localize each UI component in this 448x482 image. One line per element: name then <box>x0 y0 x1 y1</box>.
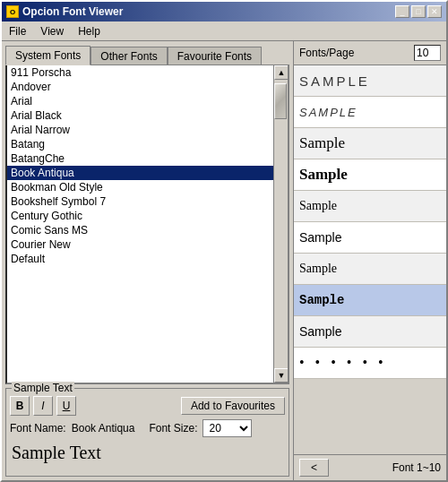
tab-other-fonts[interactable]: Other Fonts <box>90 47 167 66</box>
main-content: System Fonts Other Fonts Favourite Fonts… <box>2 41 446 480</box>
menu-file[interactable]: File <box>2 23 33 39</box>
font-sample-row[interactable]: SAMPLE <box>294 65 446 97</box>
page-info: Font 1~10 <box>392 461 441 474</box>
sample-text-dots: • • • • • • <box>299 355 387 371</box>
minimize-button[interactable]: _ <box>395 5 409 18</box>
font-sample-row[interactable]: Sample <box>294 222 446 254</box>
font-info-row: Font Name: Book Antiqua Font Size: 20 8 … <box>10 419 285 437</box>
title-buttons: _ □ ✕ <box>395 5 442 18</box>
font-size-label: Font Size: <box>149 422 197 435</box>
right-panel: Fonts/Page 10 SAMPLE SAMPLE Sample Sampl… <box>293 41 446 480</box>
tab-favourite-fonts[interactable]: Favourite Fonts <box>168 47 262 66</box>
sample-text-4: Sample <box>299 166 348 184</box>
font-item-comic-sans-ms[interactable]: Comic Sans MS <box>7 223 273 237</box>
bold-button[interactable]: B <box>10 396 30 416</box>
fonts-page-input[interactable]: 10 <box>414 45 441 61</box>
tab-bar: System Fonts Other Fonts Favourite Fonts <box>2 41 293 65</box>
italic-button[interactable]: I <box>33 396 53 416</box>
sample-panel-title: Sample Text <box>12 382 74 394</box>
font-item-batang[interactable]: Batang <box>7 137 273 151</box>
main-window: O Opcion Font Viewer _ □ ✕ File View Hel… <box>0 0 448 482</box>
font-item-arial[interactable]: Arial <box>7 94 273 108</box>
menu-help[interactable]: Help <box>71 23 108 39</box>
font-item-book-antiqua[interactable]: Book Antiqua <box>7 166 273 180</box>
scrollbar-thumb[interactable] <box>274 83 287 119</box>
title-bar: O Opcion Font Viewer _ □ ✕ <box>2 2 446 22</box>
maximize-button[interactable]: □ <box>411 5 426 18</box>
sample-text-8: Sample <box>299 293 344 307</box>
sample-text-3: Sample <box>299 134 345 152</box>
font-item-911porscha[interactable]: 911 Porscha <box>7 65 273 80</box>
fonts-page-label: Fonts/Page <box>299 47 354 59</box>
underline-button[interactable]: U <box>56 396 76 416</box>
window-title: Opcion Font Viewer <box>22 5 392 18</box>
font-sample-row[interactable]: Sample <box>294 159 446 191</box>
prev-page-button[interactable]: < <box>299 459 329 477</box>
font-item-bookshelf-symbol-7[interactable]: Bookshelf Symbol 7 <box>7 194 273 209</box>
font-samples-list: SAMPLE SAMPLE Sample Sample Sample Sampl… <box>294 65 446 454</box>
font-name-value: Book Antiqua <box>72 422 135 435</box>
sample-text-7: Sample <box>299 262 337 276</box>
sample-text-display: Sample Text <box>10 441 285 472</box>
font-sample-row-selected[interactable]: Sample <box>294 285 446 316</box>
font-sample-row[interactable]: Sample <box>294 316 446 348</box>
right-header: Fonts/Page 10 <box>294 41 446 65</box>
left-panel: System Fonts Other Fonts Favourite Fonts… <box>2 41 293 480</box>
font-item-bookman-old-style[interactable]: Bookman Old Style <box>7 180 273 194</box>
font-name-label: Font Name: <box>10 422 66 435</box>
font-sample-row[interactable]: Sample <box>294 254 446 285</box>
font-item-andover[interactable]: Andover <box>7 80 273 94</box>
scrollbar-track: ▲ ▼ <box>273 65 288 383</box>
font-size-select[interactable]: 20 8 10 12 14 16 18 24 36 48 <box>202 419 252 437</box>
sample-text-1: SAMPLE <box>299 73 370 89</box>
sample-text-2: SAMPLE <box>299 106 358 119</box>
add-to-favourites-button[interactable]: Add to Favourites <box>181 397 285 415</box>
font-list[interactable]: 911 Porscha Andover Arial Arial Black Ar… <box>7 65 273 383</box>
font-list-container: 911 Porscha Andover Arial Arial Black Ar… <box>5 65 289 384</box>
font-sample-row[interactable]: Sample <box>294 128 446 159</box>
app-icon: O <box>6 5 19 18</box>
sample-text-panel: Sample Text B I U Add to Favourites Font… <box>5 388 289 477</box>
scroll-up-button[interactable]: ▲ <box>274 65 289 80</box>
sample-text-9: Sample <box>299 324 341 339</box>
font-sample-row[interactable]: Sample <box>294 191 446 222</box>
font-item-arial-black[interactable]: Arial Black <box>7 108 273 123</box>
font-item-default[interactable]: Default <box>7 252 273 266</box>
font-sample-row-dots[interactable]: • • • • • • <box>294 348 446 379</box>
close-button[interactable]: ✕ <box>427 5 442 18</box>
sample-toolbar: B I U Add to Favourites <box>10 396 285 416</box>
menu-view[interactable]: View <box>33 23 71 39</box>
sample-text-5: Sample <box>299 199 337 213</box>
font-item-batangche[interactable]: BatangChe <box>7 151 273 166</box>
tab-system-fonts[interactable]: System Fonts <box>5 46 90 65</box>
sample-text-6: Sample <box>299 230 341 245</box>
menu-bar: File View Help <box>2 22 446 41</box>
font-item-arial-narrow[interactable]: Arial Narrow <box>7 123 273 137</box>
font-sample-row[interactable]: SAMPLE <box>294 97 446 128</box>
right-footer: < Font 1~10 <box>294 454 446 480</box>
font-item-courier-new[interactable]: Courier New <box>7 237 273 252</box>
scroll-down-button[interactable]: ▼ <box>274 368 289 383</box>
font-item-century-gothic[interactable]: Century Gothic <box>7 209 273 223</box>
scrollbar-thumb-area <box>274 80 288 368</box>
